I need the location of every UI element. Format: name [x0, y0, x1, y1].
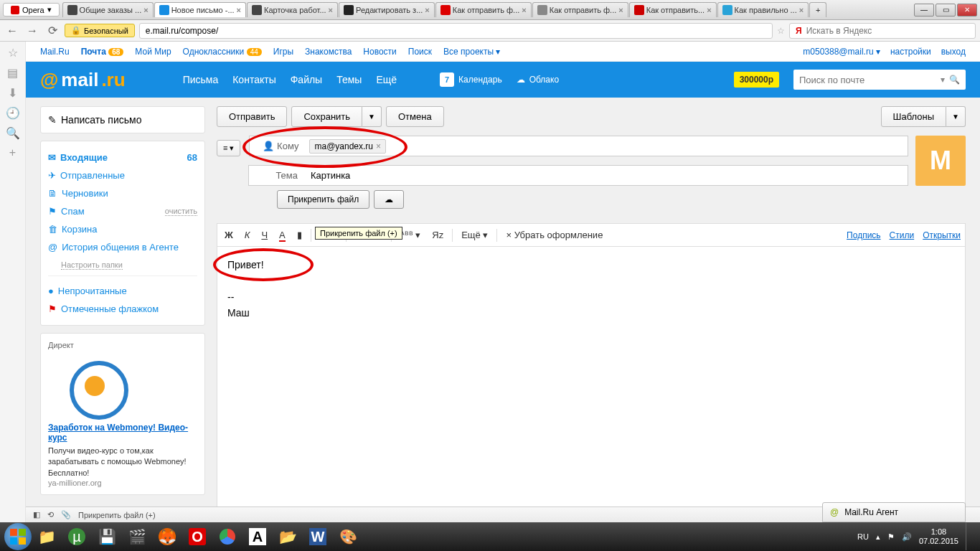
caret-down-icon[interactable]: ▾ — [941, 75, 945, 85]
user-email[interactable]: m050388@mail.ru ▾ — [803, 47, 880, 57]
tab-close-icon[interactable]: × — [522, 6, 526, 14]
templates-button[interactable]: Шаблоны — [881, 106, 947, 127]
browser-tab[interactable]: Карточка работ...× — [247, 2, 338, 17]
translit-button[interactable]: Яz — [429, 228, 446, 242]
link-novosti[interactable]: Новости — [363, 47, 396, 57]
tab-close-icon[interactable]: × — [143, 6, 148, 14]
browser-tab[interactable]: Как отправить...× — [629, 2, 717, 17]
highlight-button[interactable]: ▮ — [294, 228, 305, 242]
save-caret[interactable]: ▼ — [362, 106, 382, 127]
language-indicator[interactable]: RU — [857, 532, 869, 541]
tab-close-icon[interactable]: × — [425, 6, 429, 14]
browser-tab[interactable]: Новое письмо -...× — [154, 2, 246, 17]
link-settings[interactable]: настройки — [890, 47, 931, 57]
mail-agent-bar[interactable]: @ Mail.Ru Агент — [822, 502, 966, 522]
link-exit[interactable]: выход — [941, 47, 966, 57]
text-color-button[interactable]: А — [276, 228, 288, 242]
tab-close-icon[interactable]: × — [618, 6, 623, 14]
nav-oblako[interactable]: ☁ Облако — [517, 75, 559, 85]
templates-caret[interactable]: ▼ — [946, 106, 966, 127]
attach-cloud-button[interactable]: ☁ — [374, 190, 404, 209]
tab-close-icon[interactable]: × — [329, 6, 333, 14]
remove-recipient-icon[interactable]: × — [376, 141, 381, 151]
yandex-search-input[interactable] — [806, 26, 969, 36]
link-vse-proekty[interactable]: Все проекты ▾ — [443, 47, 500, 57]
plus-icon[interactable]: + — [6, 146, 19, 159]
taskbar-app-icon[interactable]: 📂 — [273, 525, 302, 548]
folder-inbox[interactable]: ✉Входящие68 — [48, 149, 197, 166]
spam-clear-link[interactable]: очистить — [165, 207, 197, 216]
bold-button[interactable]: Ж — [222, 228, 236, 242]
show-desktop-button[interactable] — [966, 523, 971, 550]
folder-trash[interactable]: 🗑Корзина — [48, 220, 197, 238]
maximize-button[interactable]: ▭ — [936, 4, 956, 17]
link-odnoklassniki[interactable]: Одноклассники 44 — [183, 47, 262, 57]
send-button[interactable]: Отправить — [217, 106, 287, 127]
browser-tab[interactable]: Как отправить ф...× — [435, 2, 532, 17]
search-icon[interactable]: 🔍 — [949, 75, 960, 85]
tab-close-icon[interactable]: × — [707, 6, 711, 14]
cancel-button[interactable]: Отмена — [386, 106, 444, 127]
start-button[interactable] — [4, 523, 32, 550]
folder-sent[interactable]: ✈Отправленные — [48, 166, 197, 184]
folder-unread[interactable]: ●Непрочитанные — [48, 282, 197, 300]
message-body-editor[interactable]: Привет! -- Маш — [217, 247, 966, 514]
configure-folders-link[interactable]: Настроить папки — [61, 260, 123, 270]
promo-button[interactable]: 300000р — [734, 72, 779, 88]
taskbar-app-icon[interactable]: µ — [62, 525, 91, 548]
taskbar-app-icon[interactable]: 🦊 — [153, 525, 182, 548]
compose-button[interactable]: ✎ Написать письмо — [40, 106, 205, 133]
mail-search[interactable]: ▾ 🔍 — [793, 70, 966, 90]
to-input[interactable] — [388, 136, 908, 156]
link-igry[interactable]: Игры — [273, 47, 293, 57]
nav-temy[interactable]: Темы — [336, 74, 362, 85]
attach-file-button[interactable]: Прикрепить файл — [277, 190, 369, 209]
reload-button[interactable]: ⟳ — [44, 23, 60, 39]
signature-link[interactable]: Подпись — [847, 230, 881, 240]
nav-kalendar[interactable]: 7 Календарь — [440, 72, 502, 87]
opera-menu-button[interactable]: Opera ▾ — [3, 3, 60, 17]
url-input[interactable]: e.mail.ru/compose/ — [139, 23, 773, 39]
remove-format-button[interactable]: × Убрать оформление — [503, 228, 606, 242]
nav-kontakty[interactable]: Контакты — [232, 74, 275, 85]
taskbar-app-icon[interactable]: 🎬 — [123, 525, 151, 548]
folder-drafts[interactable]: 🗎Черновики — [48, 184, 197, 202]
browser-tab[interactable]: Как правильно ...× — [717, 2, 809, 17]
save-button[interactable]: Сохранить — [291, 106, 362, 127]
search-icon[interactable]: 🔍 — [6, 126, 19, 139]
folder-spam[interactable]: ⚑Спамочистить — [48, 202, 197, 220]
link-pochta[interactable]: Почта 68 — [81, 47, 124, 57]
taskbar-app-icon[interactable]: A — [243, 525, 272, 548]
taskbar-app-icon[interactable]: O — [183, 525, 212, 548]
browser-tab[interactable]: Редактировать з...× — [339, 2, 435, 17]
styles-link[interactable]: Стили — [890, 230, 915, 240]
security-badge[interactable]: 🔒Безопасный — [65, 24, 135, 37]
sync-icon[interactable]: ⟲ — [47, 510, 54, 519]
tray-flag-icon[interactable]: ⚑ — [887, 532, 895, 542]
tab-close-icon[interactable]: × — [799, 6, 804, 14]
italic-button[interactable]: К — [242, 228, 253, 242]
bookmark-icon[interactable]: ▤ — [6, 66, 19, 79]
clock[interactable]: 1:08 07.02.2015 — [919, 527, 958, 546]
browser-tab[interactable]: Общие заказы ...× — [62, 2, 154, 17]
folder-agent-history[interactable]: @История общения в Агенте — [48, 238, 197, 256]
tab-close-icon[interactable]: × — [237, 6, 241, 14]
yandex-search[interactable]: Я — [789, 23, 976, 39]
nav-eshche[interactable]: Ещё — [376, 74, 397, 85]
taskbar-app-icon[interactable]: W — [303, 525, 332, 548]
underline-button[interactable]: Ч — [258, 228, 270, 242]
link-mailru[interactable]: Mail.Ru — [40, 47, 70, 57]
taskbar-app-icon[interactable]: 📁 — [32, 525, 61, 548]
fields-menu-button[interactable]: ≡ ▾ — [217, 140, 240, 156]
panel-toggle-icon[interactable]: ◧ — [33, 510, 40, 519]
ad-title-link[interactable]: Заработок на Webmoney! Видео-курс — [48, 423, 197, 443]
cards-link[interactable]: Открытки — [923, 230, 961, 240]
forward-button[interactable]: → — [24, 23, 40, 39]
mail-search-input[interactable] — [799, 75, 941, 85]
link-poisk[interactable]: Поиск — [408, 47, 432, 57]
new-tab-button[interactable]: + — [809, 2, 826, 17]
back-button[interactable]: ← — [4, 23, 20, 39]
minimize-button[interactable]: — — [914, 4, 934, 17]
download-icon[interactable]: ⬇ — [6, 86, 19, 99]
taskbar-app-icon[interactable]: 🎨 — [334, 525, 362, 548]
